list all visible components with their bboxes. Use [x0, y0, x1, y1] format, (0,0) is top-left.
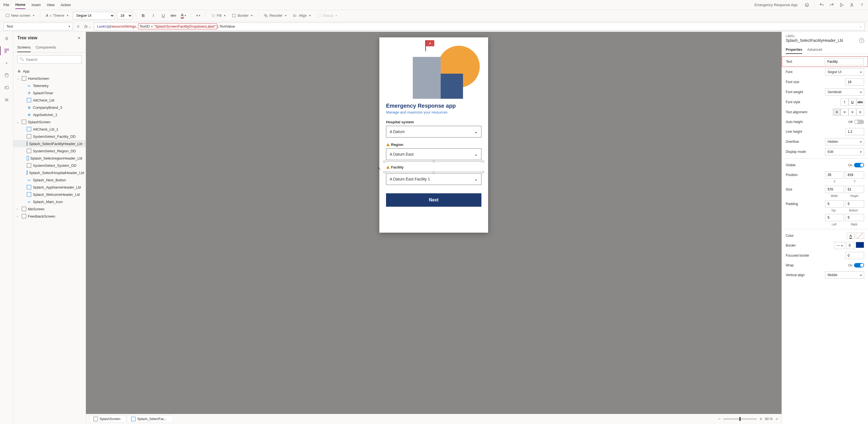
- prop-lineheight-input[interactable]: [845, 128, 864, 135]
- tree-node-welcome-header[interactable]: Splash_WelcomeHeader_Lbl: [13, 191, 86, 198]
- visible-toggle[interactable]: [854, 163, 864, 168]
- tree-node-appswitcher[interactable]: ⊞AppSwitcher_1: [13, 111, 86, 118]
- tree-node-feedbackscreen[interactable]: ›FeedbackScreen: [13, 213, 86, 220]
- fill-button[interactable]: Fill▾: [209, 12, 228, 19]
- prop-text-input[interactable]: [825, 58, 864, 65]
- strikethrough-button[interactable]: abc: [169, 12, 177, 20]
- next-button[interactable]: Next: [386, 193, 482, 207]
- tree-node-splashscreen[interactable]: ⌄SplashScreen: [13, 118, 86, 125]
- tree-node-facility-dd[interactable]: SystemSelect_Facility_DD: [13, 133, 86, 140]
- underline-button[interactable]: U: [159, 12, 167, 20]
- tree-node-region-header[interactable]: Splash_SelectregionHeader_Lbl: [13, 155, 86, 162]
- prop-y-input[interactable]: [845, 171, 864, 179]
- tree-node-appname-header[interactable]: Splash_AppNameHeader_Lbl: [13, 184, 86, 191]
- hamburger-icon[interactable]: ☰: [3, 35, 10, 42]
- breadcrumb-control[interactable]: Splash_SelectFac...: [127, 415, 171, 423]
- prop-displaymode-select[interactable]: Edit▾: [825, 148, 864, 155]
- theme-button[interactable]: Aa Theme▾: [43, 12, 70, 19]
- tree-node-next-button[interactable]: ▭Splash_Next_Button: [13, 176, 86, 184]
- media-icon[interactable]: [3, 84, 10, 91]
- align-button[interactable]: Align▾: [291, 12, 313, 19]
- color-swatch[interactable]: [856, 233, 864, 239]
- insert-icon[interactable]: ＋: [3, 60, 10, 66]
- zoom-out-button[interactable]: −: [718, 417, 720, 422]
- border-color-swatch[interactable]: [856, 242, 864, 248]
- canvas[interactable]: ♥ Emergency Response app Manage and maxi…: [86, 32, 781, 424]
- focused-border-input[interactable]: [845, 252, 864, 259]
- tab-components[interactable]: Components: [36, 43, 56, 52]
- text-align-button[interactable]: ≡▾: [194, 12, 202, 20]
- reorder-button[interactable]: Reorder▾: [261, 12, 289, 19]
- prop-fontweight-select[interactable]: Semibold▾: [825, 88, 864, 96]
- prop-x-input[interactable]: [825, 171, 844, 179]
- formula-input[interactable]: LookUp(resourceStrings, TextID = "Splash…: [94, 23, 865, 30]
- breadcrumb-screen[interactable]: SplashScreen: [89, 415, 125, 423]
- menu-action[interactable]: Action: [61, 1, 71, 9]
- prop-pad-bottom-input[interactable]: [845, 200, 864, 208]
- undo-icon[interactable]: [819, 2, 825, 8]
- redo-icon[interactable]: [829, 2, 835, 8]
- prop-pad-left-input[interactable]: [825, 214, 844, 221]
- prop-fontstyle-buttons[interactable]: IUabc: [841, 98, 864, 106]
- wrap-toggle[interactable]: [854, 263, 864, 268]
- menu-file[interactable]: File: [3, 1, 9, 9]
- tree-node-system-dd[interactable]: SystemSelect_System_DD: [13, 162, 86, 169]
- tree-node-homescreen[interactable]: ⌄HomeScreen: [13, 75, 86, 82]
- color-text-button[interactable]: A: [847, 233, 855, 239]
- prop-width-input[interactable]: [825, 186, 844, 193]
- property-selector[interactable]: Text▾: [3, 23, 73, 30]
- menu-view[interactable]: View: [47, 1, 55, 9]
- share-icon[interactable]: [849, 2, 855, 8]
- tab-advanced[interactable]: Advanced: [807, 46, 822, 54]
- help-icon[interactable]: ?: [859, 38, 864, 43]
- border-style-select[interactable]: —▾: [834, 242, 845, 249]
- fx-icon[interactable]: fx⌄: [84, 24, 92, 29]
- menu-insert[interactable]: Insert: [32, 1, 41, 9]
- environment-icon[interactable]: [804, 2, 810, 8]
- autoheight-toggle[interactable]: [854, 120, 864, 124]
- prop-textalign-buttons[interactable]: ≡≡≡≡: [833, 109, 864, 116]
- close-icon[interactable]: ✕: [76, 35, 82, 41]
- tree-node-facility-header[interactable]: Splash_SelectFacilityHeader_Lbl⋯: [13, 140, 86, 147]
- prop-font-select[interactable]: Segoe UI▾: [825, 68, 864, 75]
- tree-node-hospital-header[interactable]: Splash_SelectHospitalHeader_Lbl: [13, 169, 86, 176]
- prop-height-input[interactable]: [845, 186, 864, 193]
- prop-overflow-select[interactable]: Hidden▾: [825, 138, 864, 145]
- tab-screens[interactable]: Screens: [17, 43, 31, 52]
- advanced-tools-icon[interactable]: [3, 96, 10, 103]
- font-size-select[interactable]: 18: [117, 12, 132, 20]
- font-color-button[interactable]: A▾: [180, 12, 187, 20]
- hospital-dropdown[interactable]: A Datum⌄: [386, 126, 482, 138]
- data-icon[interactable]: [3, 72, 10, 79]
- help-icon[interactable]: ?: [859, 2, 865, 8]
- zoom-slider[interactable]: [723, 418, 757, 420]
- prop-pad-right-input[interactable]: [845, 214, 864, 221]
- italic-button[interactable]: I: [150, 12, 157, 20]
- tree-node-altcheck[interactable]: AltCheck_Lbl: [13, 96, 86, 104]
- fit-to-screen-icon[interactable]: ⤢: [775, 417, 778, 421]
- zoom-in-button[interactable]: +: [760, 417, 762, 422]
- tree-node-mescreen[interactable]: ›MeScreen: [13, 205, 86, 213]
- tree-node-companybrand[interactable]: ⊞CompanyBrand_3: [13, 104, 86, 111]
- prop-fontsize-input[interactable]: [845, 79, 864, 86]
- tree-node-telemetry[interactable]: ▭Telemetry: [13, 82, 86, 89]
- play-icon[interactable]: [839, 2, 844, 8]
- prop-pad-top-input[interactable]: [825, 200, 844, 208]
- region-dropdown[interactable]: A Datum East⌄: [386, 148, 482, 160]
- new-screen-button[interactable]: New screen▾: [3, 12, 36, 19]
- tree-node-main-icon[interactable]: ▭Splash_Main_Icon: [13, 198, 86, 205]
- tab-properties[interactable]: Properties: [786, 46, 802, 54]
- search-input[interactable]: [17, 55, 82, 64]
- bold-button[interactable]: B: [140, 12, 147, 20]
- more-icon[interactable]: ⋯: [84, 142, 86, 146]
- border-width-input[interactable]: [846, 242, 855, 249]
- font-family-select[interactable]: Segoe UI: [73, 12, 115, 20]
- tree-node-splashtimer[interactable]: ◔SplashTimer: [13, 89, 86, 96]
- tree-view-icon[interactable]: [3, 48, 10, 54]
- facility-dropdown[interactable]: A Datum East Facility 1⌄: [386, 173, 482, 185]
- vertical-align-select[interactable]: Middle▾: [825, 271, 864, 279]
- tree-node-app[interactable]: ⊞App: [13, 67, 86, 75]
- tree-node-altcheck1[interactable]: AltCheck_Lbl_1: [13, 125, 86, 133]
- border-button[interactable]: Border▾: [230, 12, 255, 19]
- menu-home[interactable]: Home: [16, 1, 25, 9]
